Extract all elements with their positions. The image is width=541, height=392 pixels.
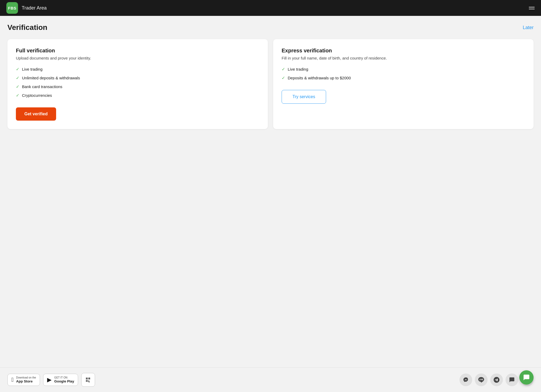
app-store-button[interactable]:  Download on the App Store bbox=[7, 374, 40, 386]
express-verification-card: Express verification Fill in your full n… bbox=[273, 39, 534, 129]
messenger-button[interactable] bbox=[459, 373, 472, 386]
footer-store-buttons:  Download on the App Store ▶ GET IT ON … bbox=[7, 373, 95, 387]
feature-unlimited-deposits: ✓ Unlimited deposits & withdrawals bbox=[16, 75, 259, 80]
app-store-bottom: App Store bbox=[16, 379, 36, 384]
later-link[interactable]: Later bbox=[523, 25, 534, 30]
header-left: FBS Trader Area bbox=[6, 2, 47, 14]
google-play-bottom: Google Play bbox=[54, 379, 74, 384]
check-icon: ✓ bbox=[282, 67, 285, 72]
google-play-icon: ▶ bbox=[47, 376, 52, 383]
page-header: Verification Later bbox=[7, 23, 534, 32]
feature-live-trading: ✓ Live trading bbox=[16, 67, 259, 72]
floating-chat-button[interactable] bbox=[519, 370, 534, 385]
check-icon: ✓ bbox=[16, 67, 19, 72]
express-feature-live-trading: ✓ Live trading bbox=[282, 67, 525, 72]
telegram-button[interactable] bbox=[490, 373, 503, 386]
messenger-icon bbox=[463, 377, 469, 383]
check-icon: ✓ bbox=[282, 75, 285, 80]
express-verification-title: Express verification bbox=[282, 48, 525, 54]
floating-chat-icon bbox=[523, 374, 530, 381]
fbs-logo: FBS bbox=[6, 2, 18, 14]
cards-container: Full verification Upload documents and p… bbox=[7, 39, 534, 129]
check-icon: ✓ bbox=[16, 84, 19, 89]
header-title: Trader Area bbox=[22, 5, 47, 11]
chat-button[interactable] bbox=[506, 373, 518, 386]
get-verified-button[interactable]: Get verified bbox=[16, 107, 56, 121]
full-verification-title: Full verification bbox=[16, 48, 259, 54]
full-verification-subtitle: Upload documents and prove your identity… bbox=[16, 56, 259, 60]
qr-icon bbox=[85, 377, 91, 383]
apple-icon:  bbox=[11, 376, 13, 383]
chat-icon bbox=[509, 377, 515, 383]
line-icon bbox=[478, 377, 484, 383]
try-services-button[interactable]: Try services bbox=[282, 90, 326, 104]
full-verification-card: Full verification Upload documents and p… bbox=[7, 39, 268, 129]
express-verification-subtitle: Fill in your full name, date of birth, a… bbox=[282, 56, 525, 60]
check-icon: ✓ bbox=[16, 93, 19, 98]
express-feature-deposits: ✓ Deposits & withdrawals up to $2000 bbox=[282, 75, 525, 80]
main-content: Verification Later Full verification Upl… bbox=[0, 16, 541, 367]
telegram-icon bbox=[494, 377, 499, 383]
express-verification-features: ✓ Live trading ✓ Deposits & withdrawals … bbox=[282, 67, 525, 80]
google-play-top: GET IT ON bbox=[54, 376, 74, 379]
hamburger-icon[interactable] bbox=[529, 7, 535, 9]
feature-bank-card: ✓ Bank card transactions bbox=[16, 84, 259, 89]
app-store-top: Download on the bbox=[16, 376, 36, 379]
header: FBS Trader Area bbox=[0, 0, 541, 16]
feature-cryptocurrencies: ✓ Cryptocurrencies bbox=[16, 93, 259, 98]
google-play-button[interactable]: ▶ GET IT ON Google Play bbox=[43, 374, 78, 386]
qr-code-button[interactable] bbox=[81, 373, 95, 387]
check-icon: ✓ bbox=[16, 75, 19, 80]
footer:  Download on the App Store ▶ GET IT ON … bbox=[0, 367, 541, 392]
line-button[interactable] bbox=[475, 373, 488, 386]
page-title: Verification bbox=[7, 23, 47, 32]
full-verification-features: ✓ Live trading ✓ Unlimited deposits & wi… bbox=[16, 67, 259, 98]
